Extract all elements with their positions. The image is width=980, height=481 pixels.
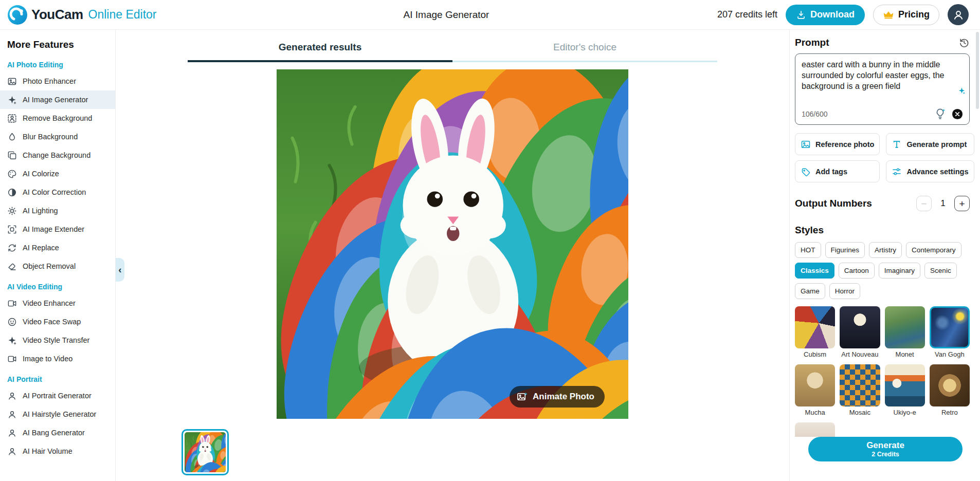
sidebar-item-ai-lighting[interactable]: AI Lighting [0, 201, 115, 220]
style-monet[interactable]: Monet [885, 306, 925, 358]
style-label: Cubism [795, 350, 835, 358]
sidebar-item-change-background[interactable]: Change Background [0, 146, 115, 164]
sidebar-item-label: Video Enhancer [23, 299, 76, 307]
sidebar-item-ai-image-extender[interactable]: AI Image Extender [0, 220, 115, 238]
style-filter-cartoon[interactable]: Cartoon [839, 263, 875, 279]
style-ukiyo-e[interactable]: Ukiyo-e [885, 364, 925, 416]
ai-bang-generator-icon [7, 428, 17, 438]
sidebar-item-video-enhancer[interactable]: Video Enhancer [0, 294, 115, 312]
style-filter-horror[interactable]: Horror [829, 283, 860, 299]
generate-prompt-button[interactable]: Generate prompt [886, 133, 974, 155]
style-filter-classics[interactable]: Classics [795, 263, 834, 279]
style-filter-game[interactable]: Game [795, 283, 825, 299]
brand-logo[interactable]: YouCam Online Editor [7, 5, 157, 25]
blur-background-icon [7, 132, 17, 142]
style-mosaic[interactable]: Mosaic [840, 364, 880, 416]
ai-image-generator-icon [7, 95, 17, 105]
sidebar-item-ai-replace[interactable]: AI Replace [0, 238, 115, 257]
sidebar-item-ai-portrait-generator[interactable]: AI Portrait Generator [0, 386, 115, 405]
style-van-gogh[interactable]: Van Gogh [930, 306, 970, 358]
sidebar-item-label: Video Style Transfer [23, 336, 89, 344]
style-label: Van Gogh [930, 350, 970, 358]
panel-scrollbar-thumb[interactable] [976, 32, 979, 109]
sidebar-item-ai-hair-volume[interactable]: AI Hair Volume [0, 442, 115, 460]
sidebar-item-remove-background[interactable]: Remove Background [0, 109, 115, 127]
sidebar-item-photo-enhancer[interactable]: Photo Enhancer [0, 72, 115, 90]
result-thumbnail-selected[interactable] [182, 429, 229, 475]
sidebar-item-label: AI Image Generator [23, 96, 88, 104]
sidebar-item-label: Object Removal [23, 262, 76, 270]
animate-photo-button[interactable]: Animate Photo [510, 386, 605, 408]
generated-image[interactable]: Animate Photo [277, 69, 628, 419]
download-button[interactable]: Download [786, 5, 865, 25]
sidebar-item-label: Photo Enhancer [23, 77, 76, 85]
style-filter-scenic[interactable]: Scenic [924, 263, 957, 279]
ai-portrait-generator-icon [7, 391, 17, 401]
sidebar-title: More Features [0, 39, 115, 50]
pricing-button[interactable]: Pricing [873, 5, 939, 25]
style-cubism-thumb [795, 306, 835, 348]
char-counter: 106/600 [802, 110, 828, 118]
style-art-nouveau[interactable]: Art Nouveau [840, 306, 880, 358]
sidebar-item-ai-image-generator[interactable]: AI Image Generator [0, 90, 115, 109]
sidebar-item-ai-color-correction[interactable]: AI Color Correction [0, 183, 115, 201]
advance-settings-button[interactable]: Advance settings [886, 160, 974, 182]
tab-editors-choice[interactable]: Editor's choice [452, 35, 717, 62]
sidebar-item-image-to-video[interactable]: Image to Video [0, 349, 115, 368]
sidebar-item-ai-hairstyle-generator[interactable]: AI Hairstyle Generator [0, 405, 115, 423]
generate-label: Generate [866, 440, 904, 451]
prompt-rewrite-icon[interactable] [958, 87, 966, 95]
style-filter-hot[interactable]: HOT [795, 242, 821, 258]
video-face-swap-icon [7, 317, 17, 327]
output-count-value: 1 [940, 198, 946, 209]
prompt-input[interactable]: easter card with a bunny in the middle s… [802, 59, 963, 107]
style-label: Mucha [795, 409, 835, 416]
ai-image-extender-icon [7, 225, 17, 234]
ai-color-correction-icon [7, 188, 17, 197]
sidebar-item-object-removal[interactable]: Object Removal [0, 257, 115, 275]
generate-prompt-label: Generate prompt [906, 140, 967, 149]
video-style-transfer-icon [7, 336, 17, 345]
sidebar-item-blur-background[interactable]: Blur Background [0, 127, 115, 146]
reference-photo-label: Reference photo [815, 140, 874, 149]
add-tags-button[interactable]: Add tags [795, 160, 880, 182]
generate-area: Generate 2 Credits [790, 437, 980, 481]
account-avatar[interactable] [948, 4, 969, 25]
style-cubism[interactable]: Cubism [795, 306, 835, 358]
tab-generated-results[interactable]: Generated results [188, 35, 452, 62]
sidebar-item-ai-colorize[interactable]: AI Colorize [0, 164, 115, 183]
increase-output-button[interactable]: + [954, 196, 970, 211]
sidebar-item-ai-bang-generator[interactable]: AI Bang Generator [0, 423, 115, 442]
style-mucha[interactable]: Mucha [795, 364, 835, 416]
sidebar-item-label: AI Colorize [23, 170, 59, 178]
style-retro[interactable]: Retro [930, 364, 970, 416]
prompt-ideas-button[interactable] [934, 107, 947, 120]
ai-replace-icon [7, 243, 17, 253]
output-numbers-label: Output Numbers [795, 198, 872, 209]
decrease-output-button[interactable]: − [916, 196, 932, 211]
reference-photo-button[interactable]: Reference photo [795, 133, 880, 155]
prompt-title: Prompt [795, 37, 829, 48]
sidebar-item-label: AI Portrait Generator [23, 392, 92, 400]
prompt-box: easter card with a bunny in the middle s… [795, 53, 970, 125]
advance-settings-icon [892, 166, 902, 177]
brand-suffix: Online Editor [88, 8, 157, 22]
output-numbers-row: Output Numbers − 1 + [795, 196, 970, 211]
style-label: Mosaic [840, 409, 880, 416]
sidebar-item-video-style-transfer[interactable]: Video Style Transfer [0, 331, 115, 349]
style-filter-contemporary[interactable]: Contemporary [906, 242, 961, 258]
style-filter-figurines[interactable]: Figurines [825, 242, 865, 258]
prompt-history-icon[interactable] [958, 37, 970, 48]
download-label: Download [810, 9, 855, 20]
clear-prompt-button[interactable] [952, 108, 963, 120]
brand-name: YouCam [31, 7, 83, 23]
sidebar-collapse-button[interactable]: ‹ [116, 258, 124, 282]
generate-button[interactable]: Generate 2 Credits [808, 437, 963, 461]
sidebar-item-video-face-swap[interactable]: Video Face Swap [0, 312, 115, 331]
object-removal-icon [7, 262, 17, 271]
sidebar-item-label: AI Color Correction [23, 188, 86, 196]
style-filter-imaginary[interactable]: Imaginary [879, 263, 920, 279]
youcam-logo-icon [7, 5, 28, 25]
style-filter-artistry[interactable]: Artistry [869, 242, 902, 258]
generate-prompt-icon [892, 139, 902, 150]
